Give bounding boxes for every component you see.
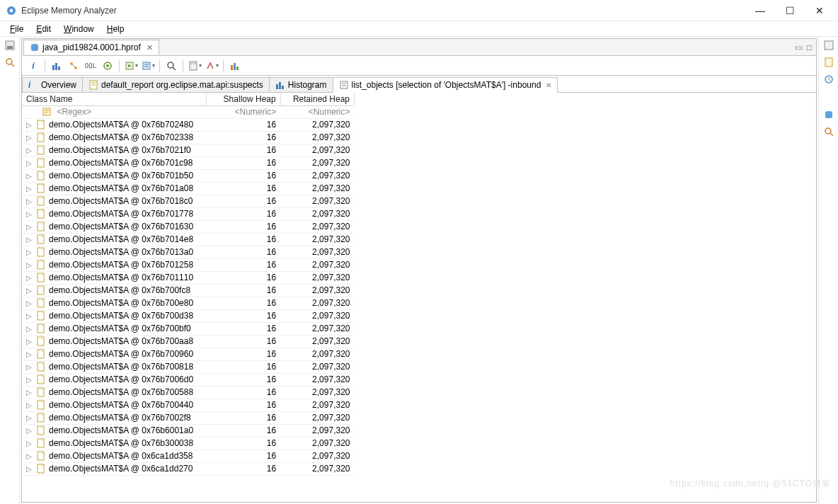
menu-window[interactable]: Window — [58, 23, 100, 35]
threads-icon[interactable] — [101, 59, 115, 73]
table-row[interactable]: ▷demo.ObjectsMAT$A @ 0x76b7021f0162,097,… — [22, 144, 355, 156]
expand-arrow-icon[interactable]: ▷ — [26, 427, 33, 435]
heap-icon[interactable] — [823, 109, 834, 120]
compare-icon[interactable] — [205, 59, 219, 73]
tab-overview[interactable]: i Overview — [22, 77, 83, 92]
table-row[interactable]: ▷demo.ObjectsMAT$A @ 0x76b300038162,097,… — [22, 437, 355, 449]
table-row[interactable]: ▷demo.ObjectsMAT$A @ 0x76b700818162,097,… — [22, 360, 355, 373]
filter-row[interactable]: <Regex> <Numeric> <Numeric> — [22, 105, 355, 118]
svg-rect-32 — [282, 86, 284, 89]
navigation-history-icon[interactable] — [823, 74, 834, 85]
tree-icon[interactable] — [67, 59, 81, 73]
expand-arrow-icon[interactable]: ▷ — [26, 414, 33, 422]
expand-arrow-icon[interactable]: ▷ — [26, 401, 33, 409]
editor-tab-hprof[interactable]: java_pid19824.0001.hprof ✕ — [23, 40, 159, 55]
tab-default-report[interactable]: default_report org.eclipse.mat.api:suspe… — [82, 77, 270, 92]
expand-arrow-icon[interactable]: ▷ — [26, 159, 33, 167]
expand-arrow-icon[interactable]: ▷ — [26, 338, 33, 345]
table-row[interactable]: ▷demo.ObjectsMAT$A @ 0x76b700e80162,097,… — [22, 297, 355, 309]
expand-arrow-icon[interactable]: ▷ — [26, 440, 33, 447]
search-icon[interactable] — [164, 59, 178, 73]
expand-arrow-icon[interactable]: ▷ — [26, 248, 33, 256]
table-row[interactable]: ▷demo.ObjectsMAT$A @ 0x76b701a08162,097,… — [22, 182, 355, 195]
table-row[interactable]: ▷demo.ObjectsMAT$A @ 0x76b700d38162,097,… — [22, 309, 355, 322]
close-icon[interactable]: ✕ — [546, 81, 551, 89]
table-row[interactable]: ▷demo.ObjectsMAT$A @ 0x76b702338162,097,… — [22, 131, 355, 144]
expand-arrow-icon[interactable]: ▷ — [26, 261, 33, 269]
run-expert-icon[interactable] — [124, 59, 138, 73]
expand-arrow-icon[interactable]: ▷ — [26, 210, 33, 218]
notes-icon[interactable] — [823, 57, 834, 68]
export-icon[interactable] — [228, 59, 242, 73]
expand-arrow-icon[interactable]: ▷ — [26, 197, 33, 205]
histogram-icon[interactable] — [50, 59, 64, 73]
expand-arrow-icon[interactable]: ▷ — [26, 236, 33, 244]
table-row[interactable]: ▷demo.ObjectsMAT$A @ 0x76b701778162,097,… — [22, 207, 355, 220]
expand-arrow-icon[interactable]: ▷ — [26, 452, 33, 460]
menu-help[interactable]: Help — [101, 23, 130, 35]
query-browser-icon[interactable] — [141, 59, 155, 73]
table-row[interactable]: ▷demo.ObjectsMAT$A @ 0x76b701c98162,097,… — [22, 156, 355, 169]
save-icon[interactable] — [4, 40, 16, 51]
expand-arrow-icon[interactable]: ▷ — [26, 312, 33, 320]
maximize-view-icon[interactable]: □ — [807, 42, 812, 52]
table-row[interactable]: ▷demo.ObjectsMAT$A @ 0x6ca1dd358162,097,… — [22, 449, 355, 462]
col-class-name[interactable]: Class Name — [22, 93, 207, 105]
expand-arrow-icon[interactable]: ▷ — [26, 134, 33, 142]
expand-arrow-icon[interactable]: ▷ — [26, 376, 33, 384]
table-row[interactable]: ▷demo.ObjectsMAT$A @ 0x76b702480162,097,… — [22, 118, 355, 131]
expand-arrow-icon[interactable]: ▷ — [26, 121, 33, 129]
editor-area: java_pid19824.0001.hprof ✕ ▭ □ i OQL — [21, 38, 817, 503]
table-row[interactable]: ▷demo.ObjectsMAT$A @ 0x76b700440162,097,… — [22, 399, 355, 411]
expand-arrow-icon[interactable]: ▷ — [26, 274, 33, 282]
table-row[interactable]: ▷demo.ObjectsMAT$A @ 0x76b701630162,097,… — [22, 220, 355, 233]
table-row[interactable]: ▷demo.ObjectsMAT$A @ 0x76b6001a0162,097,… — [22, 424, 355, 437]
outline-icon[interactable] — [823, 40, 834, 51]
table-row[interactable]: ▷demo.ObjectsMAT$A @ 0x76b7018c0162,097,… — [22, 195, 355, 207]
table-row[interactable]: ▷demo.ObjectsMAT$A @ 0x6ca1dd270162,097,… — [22, 462, 355, 475]
expand-arrow-icon[interactable]: ▷ — [26, 363, 33, 371]
expand-arrow-icon[interactable]: ▷ — [26, 389, 33, 396]
table-row[interactable]: ▷demo.ObjectsMAT$A @ 0x76b700fc8162,097,… — [22, 284, 355, 297]
table-row[interactable]: ▷demo.ObjectsMAT$A @ 0x76b700bf0162,097,… — [22, 322, 355, 335]
numeric-placeholder[interactable]: <Numeric> — [207, 105, 280, 118]
query-icon[interactable]: OQL — [84, 59, 98, 73]
expand-arrow-icon[interactable]: ▷ — [26, 172, 33, 180]
object-icon — [36, 400, 46, 410]
expand-arrow-icon[interactable]: ▷ — [26, 299, 33, 307]
minimize-view-icon[interactable]: ▭ — [795, 42, 803, 52]
table-row[interactable]: ▷demo.ObjectsMAT$A @ 0x76b7014e8162,097,… — [22, 233, 355, 246]
table-row[interactable]: ▷demo.ObjectsMAT$A @ 0x76b7002f8162,097,… — [22, 411, 355, 424]
expand-arrow-icon[interactable]: ▷ — [26, 287, 33, 294]
info-icon[interactable]: i — [26, 59, 40, 73]
close-icon[interactable]: ✕ — [147, 43, 153, 52]
numeric-placeholder[interactable]: <Numeric> — [280, 105, 354, 118]
regex-placeholder[interactable]: <Regex> — [57, 107, 91, 117]
menu-edit[interactable]: Edit — [30, 23, 57, 35]
minimize-button[interactable]: — — [752, 5, 769, 16]
inspector-icon[interactable] — [823, 126, 834, 137]
menu-file[interactable]: File — [4, 23, 29, 35]
expand-arrow-icon[interactable]: ▷ — [26, 465, 33, 473]
close-button[interactable]: ✕ — [811, 5, 828, 16]
table-row[interactable]: ▷demo.ObjectsMAT$A @ 0x76b7013a0162,097,… — [22, 246, 355, 258]
table-row[interactable]: ▷demo.ObjectsMAT$A @ 0x76b7006d0162,097,… — [22, 373, 355, 386]
calculator-icon[interactable] — [188, 59, 202, 73]
tab-histogram[interactable]: Histogram — [269, 77, 333, 92]
expand-arrow-icon[interactable]: ▷ — [26, 223, 33, 231]
maximize-button[interactable]: ☐ — [781, 5, 798, 16]
tab-list-objects[interactable]: list_objects [selection of 'ObjectsMAT$A… — [333, 77, 558, 93]
table-row[interactable]: ▷demo.ObjectsMAT$A @ 0x76b701110162,097,… — [22, 271, 355, 284]
table-row[interactable]: ▷demo.ObjectsMAT$A @ 0x76b701258162,097,… — [22, 258, 355, 271]
table-row[interactable]: ▷demo.ObjectsMAT$A @ 0x76b700960162,097,… — [22, 348, 355, 360]
expand-arrow-icon[interactable]: ▷ — [26, 147, 33, 154]
inspect-icon[interactable] — [4, 57, 16, 68]
expand-arrow-icon[interactable]: ▷ — [26, 350, 33, 358]
expand-arrow-icon[interactable]: ▷ — [26, 185, 33, 193]
expand-arrow-icon[interactable]: ▷ — [26, 325, 33, 333]
table-row[interactable]: ▷demo.ObjectsMAT$A @ 0x76b700588162,097,… — [22, 386, 355, 399]
table-row[interactable]: ▷demo.ObjectsMAT$A @ 0x76b701b50162,097,… — [22, 169, 355, 182]
col-shallow-heap[interactable]: Shallow Heap — [207, 93, 280, 105]
col-retained-heap[interactable]: Retained Heap — [280, 93, 354, 105]
table-row[interactable]: ▷demo.ObjectsMAT$A @ 0x76b700aa8162,097,… — [22, 335, 355, 348]
